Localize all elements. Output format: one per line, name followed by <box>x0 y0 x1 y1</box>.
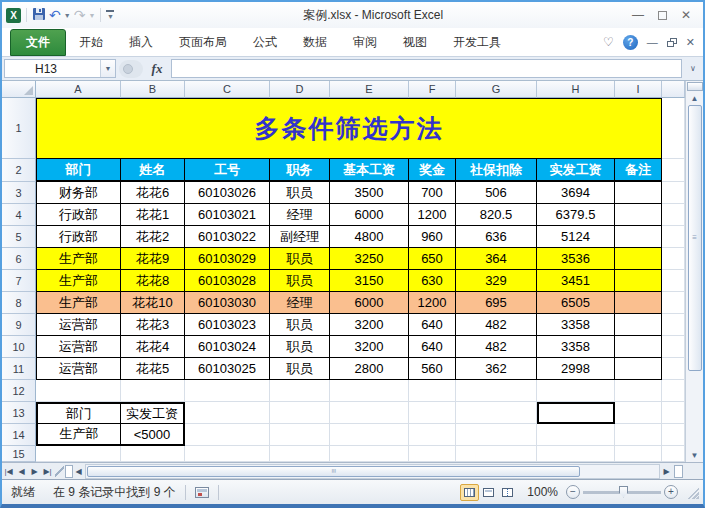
zoom-slider-thumb[interactable] <box>619 486 628 498</box>
cell-I9[interactable] <box>615 314 662 336</box>
horizontal-scrollbar[interactable]: ≡ <box>85 464 660 479</box>
cell-F14[interactable] <box>409 424 456 446</box>
cell-I14[interactable] <box>615 424 662 446</box>
cell-F6[interactable]: 650 <box>409 248 456 270</box>
cell-E9[interactable]: 3200 <box>330 314 409 336</box>
tab-splitter[interactable] <box>55 465 64 478</box>
file-tab[interactable]: 文件 <box>10 29 66 56</box>
scroll-up-icon[interactable]: ▲ <box>687 92 703 105</box>
row-header-12[interactable]: 12 <box>2 380 36 402</box>
cell-A13[interactable]: 部门 <box>36 402 121 424</box>
cell-G3[interactable]: 506 <box>456 182 537 204</box>
cell-F2[interactable]: 奖金 <box>409 159 456 182</box>
cell-D8[interactable]: 经理 <box>270 292 330 314</box>
cell-G9[interactable]: 482 <box>456 314 537 336</box>
cell-B2[interactable]: 姓名 <box>121 159 185 182</box>
row-header-9[interactable]: 9 <box>2 314 36 336</box>
cell-G7[interactable]: 329 <box>456 270 537 292</box>
column-header-I[interactable]: I <box>615 81 662 98</box>
cell-E15[interactable] <box>330 446 409 462</box>
cell-A14[interactable]: 生产部 <box>36 424 121 446</box>
row-header-14[interactable]: 14 <box>2 424 36 446</box>
cell-G12[interactable] <box>456 380 537 402</box>
cell-E13[interactable] <box>330 402 409 424</box>
row-header-15[interactable]: 15 <box>2 446 36 462</box>
cell-I10[interactable] <box>615 336 662 358</box>
cell-E4[interactable]: 6000 <box>330 204 409 226</box>
row-header-10[interactable]: 10 <box>2 336 36 358</box>
zoom-slider[interactable] <box>583 491 661 494</box>
cell-I6[interactable] <box>615 248 662 270</box>
zoom-out-icon[interactable]: − <box>566 485 580 499</box>
ribbon-tab-4[interactable]: 公式 <box>240 29 290 56</box>
ribbon-tab-7[interactable]: 视图 <box>390 29 440 56</box>
name-box[interactable]: H13 ▼ <box>4 59 116 78</box>
cell-G6[interactable]: 364 <box>456 248 537 270</box>
cell-H14[interactable] <box>537 424 615 446</box>
split-handle[interactable] <box>687 82 703 91</box>
excel-logo-icon[interactable]: X <box>6 8 21 23</box>
cell-I5[interactable] <box>615 226 662 248</box>
cell-D10[interactable]: 职员 <box>270 336 330 358</box>
row-header-5[interactable]: 5 <box>2 226 36 248</box>
macro-record-icon[interactable] <box>195 487 209 498</box>
cell-A6[interactable]: 生产部 <box>36 248 121 270</box>
cell-E7[interactable]: 3150 <box>330 270 409 292</box>
cell-C4[interactable]: 60103021 <box>185 204 270 226</box>
cell-E12[interactable] <box>330 380 409 402</box>
cell-G14[interactable] <box>456 424 537 446</box>
cell-D5[interactable]: 副经理 <box>270 226 330 248</box>
column-header-B[interactable]: B <box>121 81 185 98</box>
row-header-3[interactable]: 3 <box>2 182 36 204</box>
cell-F8[interactable]: 1200 <box>409 292 456 314</box>
row-header-7[interactable]: 7 <box>2 270 36 292</box>
ribbon-tab-1[interactable]: 开始 <box>66 29 116 56</box>
page-layout-view-button[interactable] <box>479 484 498 501</box>
horizontal-scroll-thumb[interactable]: ≡ <box>87 466 580 477</box>
normal-view-button[interactable] <box>460 484 479 501</box>
cell-G8[interactable]: 695 <box>456 292 537 314</box>
cell-G10[interactable]: 482 <box>456 336 537 358</box>
cell-E6[interactable]: 3250 <box>330 248 409 270</box>
cell-C13[interactable] <box>185 402 270 424</box>
scroll-down-icon[interactable]: ▼ <box>687 449 703 462</box>
row-header-2[interactable]: 2 <box>2 159 36 182</box>
page-break-view-button[interactable] <box>498 484 517 501</box>
cell-E3[interactable]: 3500 <box>330 182 409 204</box>
cell-B11[interactable]: 花花5 <box>121 358 185 380</box>
cell-F7[interactable]: 630 <box>409 270 456 292</box>
row-header-11[interactable]: 11 <box>2 358 36 380</box>
cell-F9[interactable]: 640 <box>409 314 456 336</box>
cell-I13[interactable] <box>615 402 662 424</box>
cell-E14[interactable] <box>330 424 409 446</box>
collapsed-sheet-tab[interactable] <box>65 465 73 478</box>
cell-A3[interactable]: 财务部 <box>36 182 121 204</box>
cell-H13[interactable] <box>537 402 615 424</box>
cell-D3[interactable]: 职员 <box>270 182 330 204</box>
cell-A7[interactable]: 生产部 <box>36 270 121 292</box>
ribbon-tab-3[interactable]: 页面布局 <box>166 29 240 56</box>
vertical-scrollbar[interactable]: ▲ ≡ ▼ <box>685 81 703 462</box>
cell-A1-title[interactable]: 多条件筛选方法 <box>36 98 662 159</box>
cell-F11[interactable]: 560 <box>409 358 456 380</box>
zoom-in-icon[interactable]: + <box>664 485 678 499</box>
cell-G13[interactable] <box>456 402 537 424</box>
cell-H15[interactable] <box>537 446 615 462</box>
cell-I2[interactable]: 备注 <box>615 159 662 182</box>
cell-D6[interactable]: 职员 <box>270 248 330 270</box>
cell-E10[interactable]: 3200 <box>330 336 409 358</box>
column-header-A[interactable]: A <box>36 81 121 98</box>
cell-B8[interactable]: 花花10 <box>121 292 185 314</box>
cell-B7[interactable]: 花花8 <box>121 270 185 292</box>
scroll-right-icon[interactable]: ▶ <box>661 467 672 476</box>
cell-B4[interactable]: 花花1 <box>121 204 185 226</box>
cell-B5[interactable]: 花花2 <box>121 226 185 248</box>
cell-I8[interactable] <box>615 292 662 314</box>
cell-I3[interactable] <box>615 182 662 204</box>
cell-H3[interactable]: 3694 <box>537 182 615 204</box>
row-header-13[interactable]: 13 <box>2 402 36 424</box>
minimize-icon[interactable]: — <box>632 8 644 22</box>
cell-F15[interactable] <box>409 446 456 462</box>
cell-F3[interactable]: 700 <box>409 182 456 204</box>
column-header-G[interactable]: G <box>456 81 537 98</box>
